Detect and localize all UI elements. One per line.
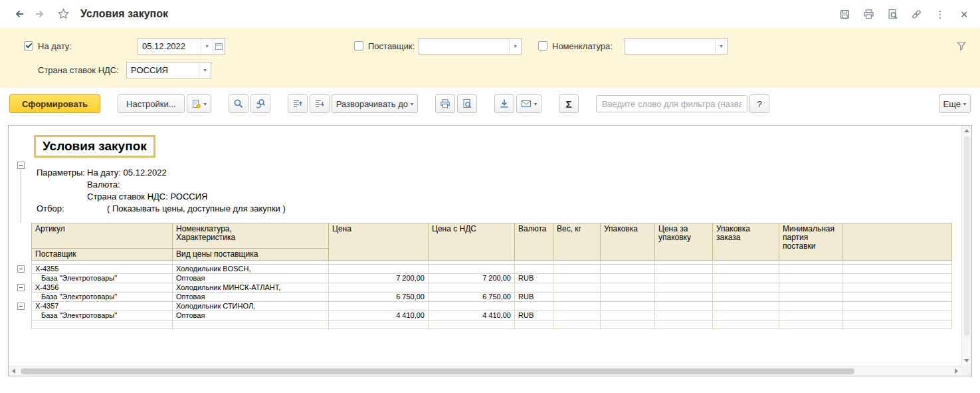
table-cell[interactable]	[601, 293, 655, 302]
table-cell[interactable]: 4 410,00	[329, 311, 429, 321]
on-date-dropdown-button[interactable]: ▾	[201, 39, 213, 54]
on-date-checkbox[interactable]	[24, 41, 33, 51]
table-cell[interactable]: Холодильник СТИНОЛ,	[173, 302, 329, 311]
table-cell[interactable]	[779, 311, 842, 321]
table-cell[interactable]: Оптовая	[173, 311, 329, 321]
filter-settings-button[interactable]	[953, 38, 969, 54]
table-cell[interactable]	[173, 321, 329, 329]
collapse-groups-button[interactable]	[288, 94, 308, 113]
horizontal-scroll-thumb[interactable]	[21, 368, 854, 374]
table-cell[interactable]	[429, 283, 515, 293]
table-cell[interactable]	[329, 283, 429, 293]
favorite-star-button[interactable]	[57, 8, 70, 20]
table-cell[interactable]: Оптовая	[173, 274, 329, 283]
header-empty[interactable]	[842, 223, 952, 261]
supplier-checkbox[interactable]	[354, 41, 363, 51]
table-cell[interactable]	[553, 274, 601, 283]
nomenclature-input[interactable]	[625, 39, 715, 54]
table-cell[interactable]	[553, 283, 601, 293]
table-cell[interactable]: X-4355	[32, 265, 173, 274]
table-cell[interactable]	[553, 311, 601, 321]
table-cell[interactable]: 7 200,00	[329, 274, 429, 283]
table-cell[interactable]	[779, 321, 842, 329]
table-cell[interactable]	[779, 274, 842, 283]
table-cell[interactable]	[329, 302, 429, 311]
table-cell[interactable]	[842, 274, 952, 283]
find-next-button[interactable]	[250, 94, 270, 113]
forward-button[interactable]	[29, 5, 49, 23]
table-cell[interactable]	[601, 274, 655, 283]
table-cell[interactable]	[779, 283, 842, 293]
header-package[interactable]: Упаковка	[601, 223, 655, 261]
table-cell[interactable]	[601, 265, 655, 274]
horizontal-scrollbar[interactable]	[9, 366, 961, 376]
table-cell[interactable]	[779, 302, 842, 311]
print-button[interactable]	[862, 7, 875, 21]
table-cell[interactable]	[842, 311, 952, 321]
expand-groups-button[interactable]	[310, 94, 330, 113]
table-cell[interactable]	[655, 321, 713, 329]
table-cell[interactable]	[515, 283, 553, 293]
scroll-down-arrow[interactable]	[964, 359, 969, 362]
table-cell[interactable]: 4 410,00	[429, 311, 515, 321]
nomenclature-dropdown-button[interactable]: ▾	[715, 39, 727, 54]
get-link-button[interactable]	[910, 7, 923, 21]
header-currency[interactable]: Валюта	[515, 223, 553, 261]
supplier-dropdown-button[interactable]: ▾	[509, 39, 521, 54]
table-cell[interactable]	[515, 265, 553, 274]
vertical-scroll-thumb[interactable]	[964, 136, 970, 336]
header-weight[interactable]: Вес, кг	[553, 223, 601, 261]
supplier-input[interactable]	[419, 39, 509, 54]
table-cell[interactable]: 7 200,00	[429, 274, 515, 283]
table-cell[interactable]: 6 750,00	[429, 293, 515, 302]
quick-filter-input[interactable]	[596, 95, 747, 112]
table-cell[interactable]: RUB	[515, 274, 553, 283]
table-cell[interactable]	[601, 321, 655, 329]
table-cell[interactable]	[655, 265, 713, 274]
table-cell[interactable]: RUB	[515, 293, 553, 302]
table-cell[interactable]	[553, 321, 601, 329]
table-cell[interactable]	[842, 283, 952, 293]
table-cell[interactable]	[429, 302, 515, 311]
vertical-scrollbar[interactable]	[961, 126, 971, 366]
header-order-package[interactable]: Упаковка заказа	[713, 223, 779, 261]
autosum-button[interactable]: Σ	[559, 94, 579, 113]
more-menu-button[interactable]: ⋮	[933, 7, 947, 21]
table-cell[interactable]: База "Электротовары"	[32, 274, 173, 283]
close-button[interactable]: ×	[957, 7, 971, 21]
table-cell[interactable]: База "Электротовары"	[32, 311, 173, 321]
table-cell[interactable]	[713, 302, 779, 311]
table-cell[interactable]: Холодильник BOSCH,	[173, 265, 329, 274]
table-cell[interactable]	[553, 293, 601, 302]
table-cell[interactable]	[842, 321, 952, 329]
table-cell[interactable]	[655, 311, 713, 321]
table-cell[interactable]	[553, 302, 601, 311]
vat-country-dropdown-button[interactable]: ▾	[199, 63, 211, 78]
header-price-per-package[interactable]: Цена за упаковку	[655, 223, 713, 261]
on-date-calendar-button[interactable]	[213, 39, 225, 54]
preview-report-button[interactable]	[457, 94, 477, 113]
table-cell[interactable]	[779, 293, 842, 302]
table-cell[interactable]	[713, 321, 779, 329]
table-cell[interactable]	[779, 265, 842, 274]
table-cell[interactable]	[655, 302, 713, 311]
header-min-lot[interactable]: Минимальная партия поставки	[779, 223, 842, 261]
table-cell[interactable]: X-4356	[32, 283, 173, 293]
table-cell[interactable]	[601, 311, 655, 321]
report-variants-button[interactable]: ▾	[187, 94, 211, 113]
on-date-input[interactable]	[138, 39, 201, 54]
collapse-group-toggle[interactable]	[17, 162, 25, 169]
table-cell[interactable]	[655, 293, 713, 302]
table-cell[interactable]	[32, 321, 173, 329]
table-cell[interactable]	[429, 265, 515, 274]
table-cell[interactable]	[713, 265, 779, 274]
scroll-right-arrow[interactable]	[955, 368, 958, 374]
table-cell[interactable]	[713, 274, 779, 283]
table-cell[interactable]	[842, 293, 952, 302]
send-email-button[interactable]: ▾	[516, 94, 541, 113]
table-cell[interactable]	[601, 302, 655, 311]
table-cell[interactable]	[713, 283, 779, 293]
collapse-group-toggle[interactable]	[17, 303, 25, 310]
more-actions-button[interactable]: Еще ▾	[939, 94, 971, 113]
nomenclature-checkbox[interactable]	[538, 41, 547, 51]
